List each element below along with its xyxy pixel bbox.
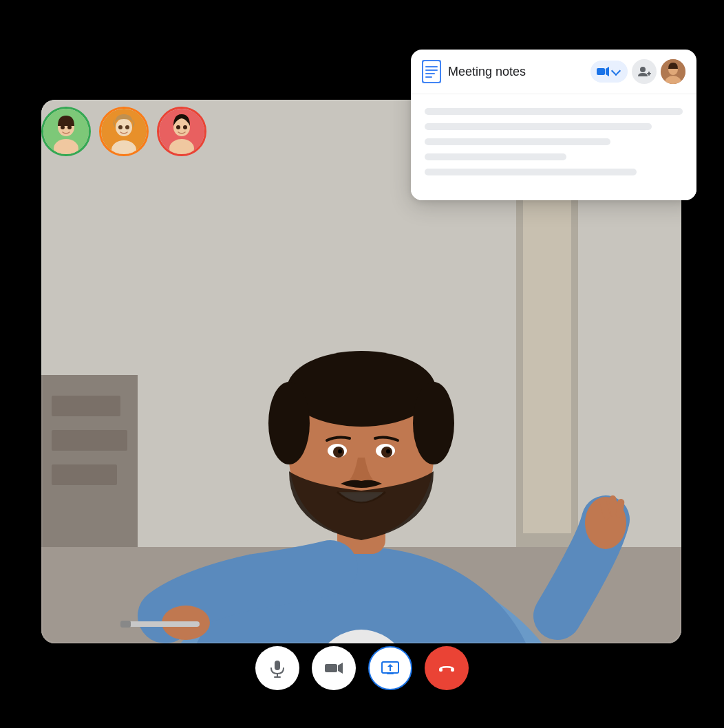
svg-point-20: [338, 449, 342, 453]
end-call-button[interactable]: [425, 646, 469, 690]
meeting-notes-panel: Meeting notes: [411, 50, 696, 200]
text-line-1: [425, 108, 683, 115]
svg-point-43: [183, 125, 187, 129]
notes-actions: [590, 59, 685, 84]
svg-rect-50: [597, 68, 605, 75]
svg-rect-47: [425, 69, 438, 71]
mic-icon: [268, 659, 287, 678]
svg-rect-5: [52, 430, 127, 451]
user-avatar-button[interactable]: [661, 59, 685, 84]
user-avatar-icon: [661, 59, 685, 84]
camera-button[interactable]: [312, 646, 356, 690]
svg-point-14: [268, 382, 310, 464]
svg-rect-61: [325, 664, 337, 672]
svg-point-52: [640, 67, 646, 72]
text-line-2: [425, 123, 652, 130]
svg-rect-59: [277, 674, 278, 676]
notes-content: [411, 94, 696, 200]
svg-rect-65: [387, 673, 394, 674]
participant-avatar-1[interactable]: [41, 107, 91, 156]
svg-rect-60: [274, 676, 281, 678]
svg-rect-23: [124, 621, 200, 627]
text-line-3: [425, 138, 610, 145]
add-person-button[interactable]: [632, 59, 657, 84]
video-camera-icon: [596, 65, 610, 78]
svg-rect-49: [425, 76, 432, 78]
scene: Meeting notes: [0, 0, 724, 728]
notes-header: Meeting notes: [411, 50, 696, 94]
participant-avatar-3[interactable]: [157, 107, 206, 156]
svg-rect-4: [52, 396, 120, 416]
svg-marker-62: [338, 663, 343, 674]
svg-point-33: [67, 125, 72, 129]
svg-point-38: [125, 125, 129, 129]
svg-rect-58: [275, 661, 280, 670]
end-call-icon: [437, 659, 456, 678]
controls-bar: [0, 646, 724, 690]
svg-rect-6: [52, 464, 117, 485]
svg-rect-67: [451, 668, 454, 672]
svg-rect-66: [439, 668, 443, 672]
svg-rect-45: [423, 61, 440, 82]
svg-rect-48: [425, 73, 435, 74]
svg-point-42: [176, 125, 180, 129]
notes-title: Meeting notes: [448, 65, 584, 79]
svg-marker-64: [387, 664, 393, 671]
svg-point-37: [118, 125, 123, 129]
add-person-icon: [637, 65, 651, 78]
screen-share-button[interactable]: [368, 646, 412, 690]
svg-marker-51: [606, 67, 609, 76]
svg-point-32: [61, 125, 65, 129]
participants-row: [41, 107, 206, 156]
svg-point-15: [413, 382, 454, 464]
svg-rect-24: [120, 621, 131, 628]
mic-button[interactable]: [255, 646, 299, 690]
text-line-5: [425, 169, 637, 175]
participant-avatar-2[interactable]: [99, 107, 149, 156]
screen-share-icon: [381, 659, 400, 678]
chevron-down-icon: [611, 65, 621, 75]
svg-point-21: [386, 449, 390, 453]
svg-rect-54: [647, 73, 651, 74]
docs-icon: [422, 60, 441, 83]
svg-rect-46: [425, 66, 438, 67]
start-video-button[interactable]: [590, 61, 628, 83]
text-line-4: [425, 153, 566, 160]
camera-icon: [324, 659, 343, 678]
